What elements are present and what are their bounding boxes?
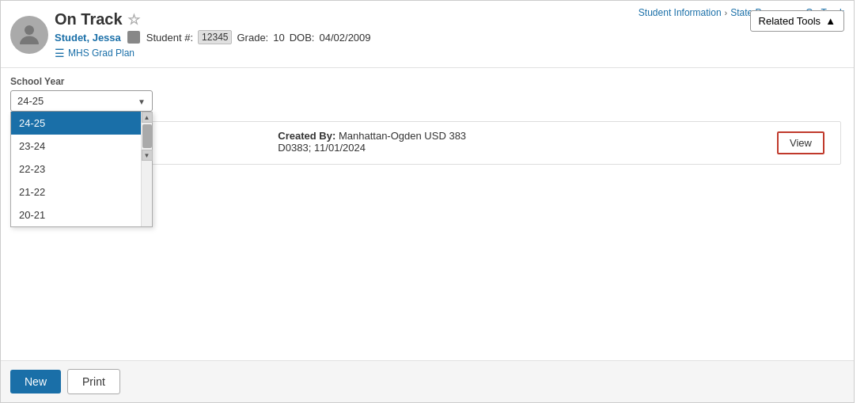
view-button[interactable]: View xyxy=(777,131,824,154)
view-btn-cell: View xyxy=(777,130,831,156)
footer: New Print xyxy=(1,360,854,402)
related-tools-button[interactable]: Related Tools ▲ xyxy=(750,10,844,32)
created-by-value: Manhattan-Ogden USD 383 xyxy=(339,130,466,142)
dob-label: DOB: xyxy=(290,32,315,44)
new-button[interactable]: New xyxy=(10,370,61,393)
dropdown-item-21-22[interactable]: 21-22 xyxy=(11,181,141,203)
grad-plan-icon: ☰ xyxy=(55,47,65,59)
header: Student Information › State Programs › O… xyxy=(1,1,854,68)
created-by-cell: Created By: Manhattan-Ogden USD 383 D038… xyxy=(278,130,761,156)
breadcrumb-separator-1: › xyxy=(725,8,728,17)
dropdown-item-20-21[interactable]: 20-21 xyxy=(11,203,141,226)
dropdown-scrollbar-track: ▲ ▼ xyxy=(141,112,152,226)
svg-point-0 xyxy=(25,25,34,35)
print-button[interactable]: Print xyxy=(67,369,120,394)
grade-label: Grade: xyxy=(237,32,268,44)
dob-value: 04/02/2009 xyxy=(320,32,371,44)
dropdown-item-24-25[interactable]: 24-25 xyxy=(11,112,141,135)
dropdown-item-22-23[interactable]: 22-23 xyxy=(11,158,141,181)
breadcrumb-student-information[interactable]: Student Information xyxy=(639,7,722,18)
school-year-select[interactable]: 24-25 ▼ xyxy=(10,90,153,112)
grade-value: 10 xyxy=(273,32,284,44)
grad-plan: ☰ MHS Grad Plan xyxy=(55,47,844,59)
dropdown-arrow-icon: ▼ xyxy=(138,97,146,105)
dropdown-item-23-24[interactable]: 23-24 xyxy=(11,135,141,158)
avatar xyxy=(10,16,48,54)
school-year-dropdown-list: 24-25 23-24 22-23 21-22 20-21 ▲ ▼ xyxy=(10,112,153,227)
scrollbar-thumb[interactable] xyxy=(142,124,152,148)
main-container: Student Information › State Programs › O… xyxy=(0,0,855,403)
school-year-dropdown-wrapper: 24-25 ▼ 24-25 23-24 22-23 21-22 20-21 ▲ xyxy=(10,90,153,112)
created-by-code: D0383; 11/01/2024 xyxy=(278,142,761,154)
student-id-label: Student #: xyxy=(146,32,193,44)
school-year-label: School Year xyxy=(10,76,844,87)
scrollbar-up-arrow[interactable]: ▲ xyxy=(142,112,153,123)
scrollbar-down-arrow[interactable]: ▼ xyxy=(142,150,153,161)
content-area: School Year 24-25 ▼ 24-25 23-24 22-23 21… xyxy=(1,68,854,173)
star-icon[interactable]: ☆ xyxy=(127,11,140,29)
student-name: Studet, Jessa xyxy=(55,32,121,44)
page-title-text: On Track xyxy=(55,10,123,29)
related-tools-chevron-icon: ▲ xyxy=(825,15,836,27)
grad-plan-label: MHS Grad Plan xyxy=(68,48,135,59)
dropdown-scrollbar-container: 24-25 23-24 22-23 21-22 20-21 ▲ ▼ xyxy=(11,112,152,226)
created-by-label: Created By: xyxy=(278,130,335,142)
related-tools-label: Related Tools xyxy=(759,15,821,27)
person-icon xyxy=(15,21,44,49)
student-id-icon xyxy=(127,31,140,44)
student-details: Studet, Jessa Student #: 12345 Grade: 10… xyxy=(55,30,844,44)
dropdown-items: 24-25 23-24 22-23 21-22 20-21 xyxy=(11,112,141,226)
school-year-selected-value: 24-25 xyxy=(17,95,44,107)
student-id-badge: 12345 xyxy=(198,30,232,44)
